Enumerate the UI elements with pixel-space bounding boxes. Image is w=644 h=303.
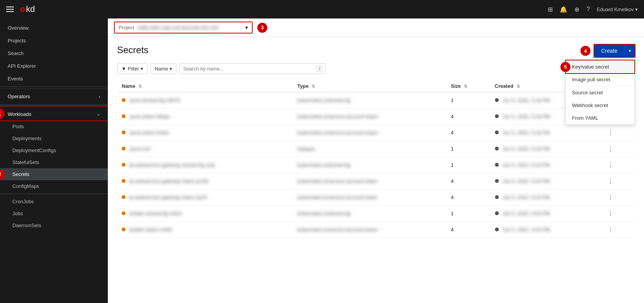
cell-name[interactable]: builder-dockercfg-mhk4 [117, 206, 293, 222]
cell-created: Jun 5, 2022, 5:23 PM [490, 189, 600, 206]
sidebar-sub-jobs[interactable]: Jobs [0, 208, 108, 219]
table-row: syms-ssh Opaque 1 Jun 5, 2022, 5:18 PM ⋮ [117, 141, 635, 157]
cell-size: 1 [446, 157, 490, 173]
project-bar: Project odillo-ddm-sdp-cod-barcode-dev-d… [108, 18, 644, 37]
create-button[interactable]: Create [594, 45, 624, 57]
cell-name[interactable]: builder-token-v4l4d [117, 222, 293, 238]
cell-name[interactable]: tp-webservice-gateway-dockercfg-z1fp [117, 157, 293, 173]
sidebar-item-events[interactable]: Events [0, 72, 108, 85]
row-status-icon [122, 147, 126, 151]
created-dot-icon [495, 228, 499, 231]
chevron-down-icon: ⌄ [97, 112, 100, 117]
sort-name-icon[interactable]: ⇅ [138, 84, 142, 89]
cell-created: Jun 5, 2022, 4:04 PM [490, 222, 600, 238]
dropdown-item-source-secret[interactable]: Source secret [566, 86, 634, 99]
cell-size: 4 [446, 109, 490, 125]
secret-size: 4 [451, 227, 453, 233]
project-selector[interactable]: Project odillo-ddm-sdp-cod-barcode-dev-d… [114, 22, 253, 33]
table-row: syms-token-th4k4 kubernetes.io/service-a… [117, 125, 635, 141]
dropdown-item-key-value[interactable]: Key/value secret 5 [566, 60, 634, 73]
sidebar-sub-daemonsets[interactable]: DaemonSets [0, 219, 108, 231]
row-status-icon [122, 98, 126, 102]
secret-type: kubernetes.io/dockercfg [297, 211, 351, 216]
create-dropdown-toggle[interactable]: ▾ [624, 45, 635, 57]
hamburger-menu[interactable] [6, 7, 14, 12]
secret-name: builder-dockercfg-mhk4 [129, 211, 182, 216]
secret-created: Jun 5, 2022, 5:18 PM [502, 114, 550, 119]
secret-name: syms-dockercfg-n9579 [129, 97, 180, 103]
col-type: Type ⇅ [293, 80, 446, 92]
user-menu[interactable]: Eduard Kmetkov ▾ [597, 7, 638, 12]
plus-icon[interactable]: ⊕ [574, 6, 579, 13]
question-icon[interactable]: ? [586, 6, 590, 13]
cell-name[interactable]: syms-dockercfg-n9579 [117, 92, 293, 109]
cell-name[interactable]: syms-token-l4bqm [117, 109, 293, 125]
name-filter-select[interactable]: Name ▾ [151, 64, 177, 74]
dropdown-item-image-pull[interactable]: Image pull secret [566, 73, 634, 86]
sidebar-sub-pods[interactable]: Pods [0, 121, 108, 132]
bell-icon[interactable]: 🔔 [560, 6, 567, 13]
sidebar-sub-cronjobs[interactable]: CronJobs [0, 196, 108, 208]
more-actions-button[interactable]: ⋮ [605, 144, 616, 153]
cell-type: kubernetes.io/dockercfg [293, 92, 446, 109]
sort-size-icon[interactable]: ⇅ [464, 84, 467, 89]
search-input[interactable] [183, 66, 317, 72]
sidebar-sub-secrets[interactable]: Secrets 2 [0, 168, 108, 180]
cell-created: Jun 5, 2022, 5:23 PM [490, 173, 600, 189]
logo-kd: kd [26, 4, 35, 14]
secret-name: builder-token-v4l4d [129, 227, 172, 233]
secret-created: Jun 5, 2022, 4:04 PM [502, 211, 550, 216]
created-dot-icon [495, 179, 499, 183]
secret-size: 1 [451, 146, 453, 152]
more-actions-button[interactable]: ⋮ [605, 225, 616, 234]
cell-actions: ⋮ [600, 189, 635, 206]
cell-type: kubernetes.io/service-account-token [293, 222, 446, 238]
secret-size: 1 [451, 211, 453, 216]
sort-type-icon[interactable]: ⇅ [312, 84, 315, 89]
cell-name[interactable]: tp-webservice-gateway-token-pm3b [117, 173, 293, 189]
dropdown-item-from-yaml[interactable]: From YAML [566, 112, 634, 124]
filter-chevron-icon: ▾ [141, 66, 143, 72]
search-input-wrap: / [179, 63, 326, 74]
more-actions-button[interactable]: ⋮ [605, 128, 616, 137]
secrets-table: Name ⇅ Type ⇅ Size ⇅ Created [117, 80, 635, 238]
sidebar-item-overview[interactable]: Overview [0, 22, 108, 34]
sidebar-sub-deploymentconfigs[interactable]: DeploymentConfigs [0, 144, 108, 156]
sidebar-item-api-explorer[interactable]: API Explorer [0, 60, 108, 72]
cell-created: Jun 5, 2022, 5:23 PM [490, 157, 600, 173]
sidebar-sub-configmaps[interactable]: ConfigMaps [0, 180, 108, 192]
secret-created: Jun 5, 2022, 5:23 PM [502, 194, 550, 200]
sidebar-item-projects[interactable]: Projects [0, 34, 108, 47]
secret-type: kubernetes.io/service-account-token [297, 178, 378, 184]
sort-created-icon[interactable]: ⇅ [517, 84, 520, 89]
more-actions-button[interactable]: ⋮ [605, 177, 616, 186]
sidebar-sub-statefulsets[interactable]: StatefulSets [0, 156, 108, 168]
secret-type: kubernetes.io/service-account-token [297, 130, 378, 136]
secret-created: Jun 5, 2022, 5:23 PM [502, 178, 550, 184]
secret-size: 1 [451, 97, 453, 103]
cell-actions: ⋮ [600, 173, 635, 189]
sidebar-item-workloads[interactable]: Workloads ⌄ 1 [0, 106, 108, 121]
dropdown-item-webhook[interactable]: Webhook secret [566, 99, 634, 112]
step1-badge: 1 [0, 109, 5, 119]
sidebar-item-search[interactable]: Search [0, 47, 108, 60]
more-actions-button[interactable]: ⋮ [605, 209, 616, 218]
cell-name[interactable]: syms-ssh [117, 141, 293, 157]
secret-type: kubernetes.io/service-account-token [297, 194, 378, 200]
more-actions-button[interactable]: ⋮ [605, 193, 616, 202]
sidebar-sub-deployments[interactable]: Deployments [0, 132, 108, 144]
sidebar-item-operators[interactable]: Operators › [0, 89, 108, 103]
row-status-icon [122, 179, 126, 183]
cell-name[interactable]: tp-webservice-gateway-token-xp75 [117, 189, 293, 206]
cell-name[interactable]: syms-token-th4k4 [117, 125, 293, 141]
created-dot-icon [495, 98, 499, 102]
filter-button[interactable]: ▼ Filter ▾ [117, 64, 148, 74]
grid-icon[interactable]: ⊞ [548, 6, 553, 13]
col-name: Name ⇅ [117, 80, 293, 92]
secret-size: 1 [451, 162, 453, 168]
row-status-icon [122, 211, 126, 215]
secret-name: tp-webservice-gateway-token-xp75 [129, 194, 207, 200]
secret-type: kubernetes.io/service-account-token [297, 114, 378, 119]
more-actions-button[interactable]: ⋮ [605, 161, 616, 169]
filter-icon: ▼ [121, 66, 126, 72]
